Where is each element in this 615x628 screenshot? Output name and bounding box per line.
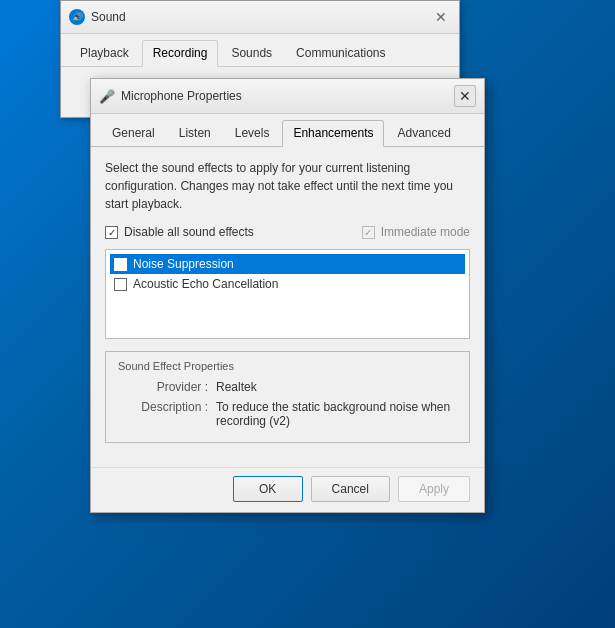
- mic-dialog: 🎤 Microphone Properties ✕ General Listen…: [90, 78, 485, 513]
- sep-provider-row: Provider : Realtek: [118, 380, 457, 394]
- sound-tab-sounds[interactable]: Sounds: [220, 40, 283, 66]
- apply-button[interactable]: Apply: [398, 476, 470, 502]
- mic-tab-enhancements[interactable]: Enhancements: [282, 120, 384, 147]
- mic-tab-listen[interactable]: Listen: [168, 120, 222, 146]
- ok-button[interactable]: OK: [233, 476, 303, 502]
- immediate-mode-checkbox[interactable]: [362, 226, 375, 239]
- sound-dialog-icon: 🔊: [69, 9, 85, 25]
- mic-tab-advanced[interactable]: Advanced: [386, 120, 461, 146]
- effect-acoustic-echo[interactable]: Acoustic Echo Cancellation: [110, 274, 465, 294]
- sound-dialog-titlebar-left: 🔊 Sound: [69, 9, 126, 25]
- sep-provider-label: Provider :: [118, 380, 208, 394]
- mic-tab-general[interactable]: General: [101, 120, 166, 146]
- mic-dialog-close-button[interactable]: ✕: [454, 85, 476, 107]
- effects-list: Noise Suppression Acoustic Echo Cancella…: [105, 249, 470, 339]
- sep-description-value: To reduce the static background noise wh…: [216, 400, 457, 428]
- mic-dialog-icon: 🎤: [99, 88, 115, 104]
- mic-dialog-title: Microphone Properties: [121, 89, 242, 103]
- effect-noise-suppression[interactable]: Noise Suppression: [110, 254, 465, 274]
- mic-dialog-body: Select the sound effects to apply for yo…: [91, 147, 484, 467]
- sep-provider-value: Realtek: [216, 380, 257, 394]
- sep-description-label: Description :: [118, 400, 208, 428]
- noise-suppression-checkbox[interactable]: [114, 258, 127, 271]
- acoustic-echo-checkbox[interactable]: [114, 278, 127, 291]
- sound-dialog-title: Sound: [91, 10, 126, 24]
- button-row: OK Cancel Apply: [91, 467, 484, 512]
- sound-effect-properties: Sound Effect Properties Provider : Realt…: [105, 351, 470, 443]
- disable-all-checkbox-label[interactable]: Disable all sound effects: [105, 225, 254, 239]
- sound-dialog-titlebar: 🔊 Sound ✕: [61, 1, 459, 34]
- disable-all-label: Disable all sound effects: [124, 225, 254, 239]
- disable-row: Disable all sound effects Immediate mode: [105, 225, 470, 239]
- sep-description-row: Description : To reduce the static backg…: [118, 400, 457, 428]
- sound-tab-playback[interactable]: Playback: [69, 40, 140, 66]
- mic-tabs: General Listen Levels Enhancements Advan…: [91, 114, 484, 147]
- disable-all-checkbox[interactable]: [105, 226, 118, 239]
- mic-dialog-titlebar: 🎤 Microphone Properties ✕: [91, 79, 484, 114]
- acoustic-echo-label: Acoustic Echo Cancellation: [133, 277, 278, 291]
- immediate-mode-label: Immediate mode: [381, 225, 470, 239]
- mic-tab-levels[interactable]: Levels: [224, 120, 281, 146]
- description-text: Select the sound effects to apply for yo…: [105, 159, 470, 213]
- sound-dialog-tabs: Playback Recording Sounds Communications: [61, 34, 459, 67]
- cancel-button[interactable]: Cancel: [311, 476, 390, 502]
- sound-tab-recording[interactable]: Recording: [142, 40, 219, 67]
- mic-dialog-titlebar-left: 🎤 Microphone Properties: [99, 88, 242, 104]
- immediate-mode-row: Immediate mode: [362, 225, 470, 239]
- sound-tab-communications[interactable]: Communications: [285, 40, 396, 66]
- sound-dialog-close-button[interactable]: ✕: [431, 7, 451, 27]
- noise-suppression-label: Noise Suppression: [133, 257, 234, 271]
- sep-title: Sound Effect Properties: [118, 360, 457, 372]
